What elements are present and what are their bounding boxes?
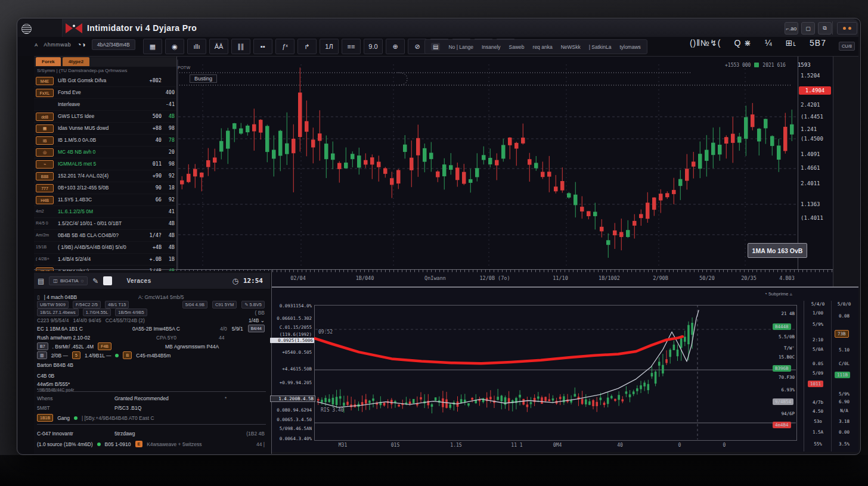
menu-item-0[interactable]: No | Lange <box>448 44 473 50</box>
tool-button-11[interactable]: ⊕ <box>386 39 405 54</box>
symbol-badge-icon: ⌁ <box>36 160 54 169</box>
x-axis-label: 20/35 <box>741 275 757 281</box>
table-row[interactable]: M4EU/B Got Gomsk Difva+802 <box>34 75 176 87</box>
symbol-combobox[interactable]: 4bA2/34Bm4B <box>92 39 135 50</box>
terminal-rule <box>37 424 266 425</box>
terminal-text: 1/4B ⌄ <box>249 317 265 323</box>
close-button[interactable] <box>837 22 857 35</box>
indicator-x-label: 40 <box>617 443 623 448</box>
terminal-line: Rush amwhwm 2.10-02CPA 5Y044 <box>37 334 267 341</box>
table-row[interactable]: Interleave-41 <box>34 99 176 111</box>
terminal-text: (1.0 source (1B% 4m6D) <box>37 441 93 447</box>
terminal-segment-box[interactable]: 5/04 4.9B <box>182 301 207 309</box>
indicator-x-label: 0M4 <box>553 443 562 448</box>
table-row[interactable]: 4m21L.6.1.2/2/5 0M41 <box>34 206 176 218</box>
tool-button-3[interactable]: ǍǍ <box>209 39 228 54</box>
terminal-right-group: 1/4B ⌄ <box>249 317 265 323</box>
terminal-segment-box[interactable]: C91 5YM <box>212 301 237 309</box>
symbol-value-2: 18 <box>163 185 175 191</box>
table-row[interactable]: dd8GWS LLTS Idee5004B <box>34 111 176 123</box>
quote-value: 5.10 <box>831 347 857 353</box>
table-row[interactable]: B88152.201 7/4 AAL.02(4)+9092 <box>34 170 176 182</box>
terminal-text: Whens <box>37 395 52 401</box>
window-button-1[interactable]: ▢ <box>801 22 815 35</box>
table-row[interactable]: 15/1B( 1/9B) A/4B/5A/4B 0/4B) 5/x/0+4B4B <box>34 242 176 254</box>
tool-button-2[interactable]: ıllı <box>187 39 206 54</box>
window-button-0[interactable]: ⌐.ao <box>785 22 798 35</box>
market-watch-tab-1[interactable]: 4type2 <box>63 57 89 66</box>
symbol-value-2: 20 <box>163 149 175 155</box>
table-row[interactable]: 7770B+103 2/12-455 5/0B9018 <box>34 182 176 194</box>
y-axis-label: 1.241 <box>801 126 817 132</box>
toolbar-glyph-cluster-2[interactable]: ¼ <box>765 38 773 48</box>
symbol-prefix: R4/5 0 <box>36 221 56 225</box>
tool-button-6[interactable]: ƒˣ <box>275 39 294 54</box>
terminal-segment-box[interactable]: F/54C2 2/5 <box>73 301 101 309</box>
legend-value-b: 2021 616 <box>762 63 786 68</box>
scale-value: 21 4B <box>753 311 795 316</box>
symbol-name: 0B4B 5B 4B CLA CO4B/0? <box>58 232 137 238</box>
table-row[interactable]: ⌁IGMMALI5 met 501198 <box>34 158 176 170</box>
menu-item-2[interactable]: Saweb <box>509 44 525 50</box>
market-watch-tab-0[interactable]: Forek <box>36 57 61 66</box>
symbol-value-1: 90 <box>137 185 162 191</box>
status-dot-icon <box>74 416 78 420</box>
market-watch-list: M4EU/B Got Gomsk Difva+802FxXLForsd Eve4… <box>34 75 176 278</box>
panels-icon[interactable]: ▤ <box>38 277 44 285</box>
table-row[interactable]: R4/5 01.5/2C/4/ 10/01 - 0/01 0/1BT4B <box>34 218 176 230</box>
tool-button-0[interactable]: ▦ <box>143 39 162 54</box>
tiny-marker-icon: A <box>35 42 38 48</box>
terminal-text: K4wsaweave + 5witzess <box>147 441 202 447</box>
window-button-2[interactable]: ⧉ <box>818 22 832 35</box>
menu-item-4[interactable]: NeWSkk <box>561 44 581 50</box>
toolbar-glyph-cluster-3[interactable]: ⊞˪ <box>786 38 796 48</box>
tool-button-4[interactable]: ∥∥ <box>231 39 250 54</box>
tool-button-10[interactable]: 9.0 <box>364 39 383 54</box>
ma-indicator-button[interactable]: 1MA Mo 163 OvB <box>748 243 807 258</box>
menu-item-1[interactable]: Insanely <box>482 44 501 50</box>
app-menu-icon[interactable] <box>21 24 32 34</box>
terminal-segment-box[interactable]: ✎ 5.BV5 <box>241 301 265 309</box>
stop-button[interactable] <box>103 276 112 285</box>
tool-button-7[interactable]: ↱ <box>297 39 317 54</box>
terminal-segment-box[interactable]: 1.7/0/4.55L <box>83 309 111 316</box>
annotation-label[interactable]: Busting <box>190 74 217 83</box>
quote-value: 4.50 <box>805 409 831 414</box>
menu-item-5[interactable]: | SatkinLa <box>589 44 612 50</box>
terminal-chip: E <box>135 441 143 447</box>
terminal-segment-box[interactable]: 1B/1L 27.1.4bews <box>37 309 79 316</box>
candlestick-chart <box>177 60 797 269</box>
toolbar-glyph-cluster-1[interactable]: Q ⋇ <box>734 38 752 48</box>
table-row[interactable]: FxXLForsd Eve400 <box>34 87 176 99</box>
terminal-segment-box[interactable]: UB/TW 5909 <box>37 301 69 309</box>
toolbar-glyph-cluster-0[interactable]: ()‖№↯( <box>690 38 721 48</box>
terminal-mode-button[interactable]: ◫ BIG4TIA ◌ <box>49 276 88 285</box>
quote-value: 5/4/0 <box>805 301 831 307</box>
symbol-prefix: 15/1B <box>36 245 56 249</box>
tool-button-5[interactable]: ▪▪ <box>253 39 272 54</box>
menu-item-6[interactable]: tylomaws <box>619 44 640 50</box>
toolbar-glyph-cluster-4[interactable]: 5B7 <box>810 38 826 48</box>
quote-value: 1011 <box>808 381 823 387</box>
indicator-x-label: 01S <box>391 443 399 448</box>
table-row[interactable]: IBIB 1.M/5.0 0A.0B4078 <box>34 135 176 147</box>
symbol-value-1: +802 <box>137 77 162 83</box>
symbol-value-2: 4B <box>163 220 175 226</box>
tool-button-9[interactable]: ≡≡ <box>342 39 361 54</box>
tool-button-1[interactable]: ◉ <box>165 39 184 54</box>
symbol-value-1: +.0B <box>137 256 162 262</box>
indicator-y-label: 0.080.94.6294 <box>270 407 312 413</box>
pen-icon[interactable]: ✎ <box>92 277 98 285</box>
terminal-segment-box[interactable]: 1B/5m 4/9B5 <box>115 309 147 316</box>
tool-button-8[interactable]: 1Л <box>320 39 339 54</box>
terminal-line: 1B1BGang| [5By.+4/9B4B4B4B AT0 East C <box>37 414 267 422</box>
legend-value-c: 1593 <box>798 62 811 68</box>
terminal-segment-box[interactable]: 4B/1 T15 <box>105 301 129 309</box>
menu-item-3[interactable]: req anka <box>533 44 553 50</box>
terminal-chip: 1B1B <box>37 414 53 422</box>
table-row[interactable]: ( 4/2B+1.4/B/4 5/2/4/4+.0B1B <box>34 254 176 266</box>
table-row[interactable]: Am/2m0B4B 5B 4B CLA CO4B/0?1/4?4B <box>34 230 176 242</box>
table-row[interactable]: H4B11.5Y5 1.4B3C6692 <box>34 194 176 206</box>
table-row[interactable]: ▦Idas Vunse MU5 dowd+8898 <box>34 123 176 135</box>
table-row[interactable]: ◎MC 4B NB avh 020 <box>34 147 176 158</box>
